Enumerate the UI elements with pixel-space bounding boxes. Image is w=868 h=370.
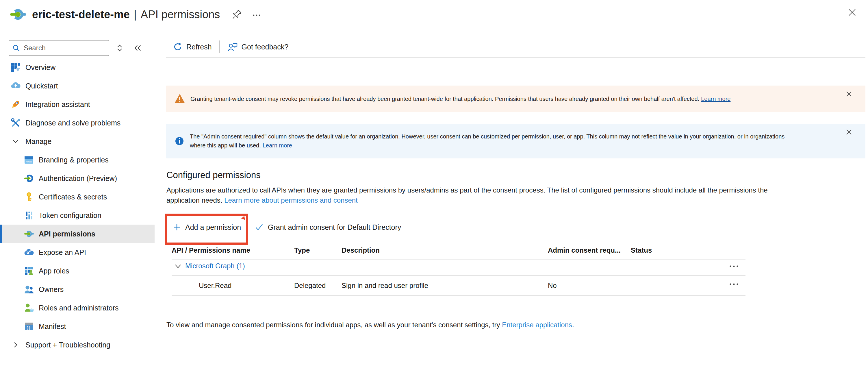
table-separator bbox=[172, 295, 745, 296]
manifest-icon: { } bbox=[24, 321, 34, 332]
warning-learn-more-link[interactable]: Learn more bbox=[701, 96, 731, 102]
people-icon bbox=[24, 284, 34, 295]
info-text: The "Admin consent required" column show… bbox=[190, 132, 791, 150]
more-menu-icon[interactable] bbox=[252, 9, 261, 19]
sidebar-item-manifest[interactable]: { } Manifest bbox=[0, 317, 162, 336]
blade-titlebar: eric-test-delete-me | API permissions bbox=[0, 0, 868, 29]
blade-close-icon[interactable] bbox=[847, 7, 857, 17]
person-cube-icon bbox=[24, 303, 34, 313]
sidebar-item-expose-an-api[interactable]: Expose an API bbox=[0, 243, 162, 261]
refresh-button[interactable]: Refresh bbox=[173, 42, 212, 52]
sidebar-item-branding[interactable]: www Branding & properties bbox=[0, 151, 162, 169]
collapse-sidebar-icon[interactable] bbox=[133, 44, 142, 52]
title-separator: | bbox=[134, 8, 137, 21]
sidebar-item-owners[interactable]: Owners bbox=[0, 280, 162, 299]
sidebar-item-label: Manifest bbox=[39, 322, 66, 331]
permission-more-menu-icon[interactable] bbox=[728, 280, 740, 288]
refresh-icon bbox=[173, 42, 183, 52]
refresh-label: Refresh bbox=[186, 43, 212, 51]
expand-collapse-all-icon[interactable] bbox=[116, 44, 124, 52]
sidebar-item-token-configuration[interactable]: Token configuration bbox=[0, 206, 162, 225]
group-more-menu-icon[interactable] bbox=[728, 262, 740, 271]
api-group-link[interactable]: Microsoft Graph (1) bbox=[185, 262, 245, 270]
sidebar-item-overview[interactable]: Overview bbox=[0, 58, 162, 76]
sidebar-item-label: Certificates & secrets bbox=[39, 193, 107, 201]
sidebar-item-label: Integration assistant bbox=[25, 100, 90, 109]
info-learn-more-link[interactable]: Learn more bbox=[262, 142, 292, 149]
footer-note: To view and manage consented permissions… bbox=[166, 320, 574, 329]
column-header-description[interactable]: Description bbox=[342, 246, 380, 254]
sidebar-item-integration-assistant[interactable]: Integration assistant bbox=[0, 95, 162, 114]
feedback-icon bbox=[227, 42, 238, 52]
enterprise-applications-link[interactable]: Enterprise applications bbox=[502, 321, 572, 329]
page-title: eric-test-delete-me | API permissions bbox=[32, 8, 220, 21]
key-icon bbox=[24, 192, 34, 202]
grant-admin-consent-label: Grant admin consent for Default Director… bbox=[268, 223, 401, 232]
sidebar-group-label: Support + Troubleshooting bbox=[25, 341, 111, 349]
sidebar-item-certificates[interactable]: Certificates & secrets bbox=[0, 188, 162, 206]
overview-icon bbox=[10, 62, 21, 72]
sidebar-nav: Overview Quickstart bbox=[0, 58, 162, 354]
sidebar-item-label: Token configuration bbox=[39, 211, 101, 220]
browser-www-icon: www bbox=[24, 155, 34, 165]
sidebar-item-quickstart[interactable]: Quickstart bbox=[0, 76, 162, 95]
plus-icon bbox=[173, 223, 181, 232]
search-input[interactable] bbox=[23, 44, 106, 52]
sidebar-group-manage[interactable]: Manage bbox=[0, 132, 162, 151]
column-header-type[interactable]: Type bbox=[294, 246, 310, 254]
sidebar-item-label: Expose an API bbox=[39, 248, 86, 257]
group-chevron-down-icon[interactable] bbox=[174, 262, 182, 271]
api-permissions-app-icon bbox=[9, 6, 26, 23]
permission-type: Delegated bbox=[294, 282, 326, 290]
sidebar-item-authentication[interactable]: Authentication (Preview) bbox=[0, 169, 162, 188]
grant-admin-consent-button[interactable]: Grant admin consent for Default Director… bbox=[254, 221, 401, 233]
sidebar-item-app-roles[interactable]: App roles bbox=[0, 261, 162, 280]
permission-admin-consent: No bbox=[548, 282, 557, 290]
table-separator bbox=[172, 275, 745, 276]
quickstart-icon bbox=[10, 81, 21, 91]
warning-close-icon[interactable] bbox=[845, 90, 853, 98]
cloud-gears-icon bbox=[24, 247, 34, 257]
grid-person-icon bbox=[24, 266, 34, 276]
sidebar-item-diagnose[interactable]: Diagnose and solve problems bbox=[0, 114, 162, 132]
feedback-label: Got feedback? bbox=[242, 43, 289, 51]
check-icon bbox=[254, 223, 264, 232]
sidebar-item-label: Owners bbox=[39, 285, 64, 294]
permission-description: Sign in and read user profile bbox=[342, 282, 428, 290]
sliders-icon bbox=[24, 210, 34, 221]
api-permissions-icon bbox=[24, 229, 34, 239]
sidebar-item-label: Quickstart bbox=[25, 82, 58, 90]
search-box[interactable] bbox=[9, 40, 109, 56]
column-header-status[interactable]: Status bbox=[631, 246, 652, 254]
chevron-down-icon bbox=[10, 136, 21, 147]
sidebar-group-support[interactable]: Support + Troubleshooting bbox=[0, 336, 162, 354]
add-permission-button[interactable]: Add a permission bbox=[173, 221, 241, 233]
permission-link[interactable]: User.Read bbox=[199, 282, 231, 290]
configured-permissions-heading: Configured permissions bbox=[166, 170, 260, 180]
sidebar-item-label: Diagnose and solve problems bbox=[25, 119, 121, 127]
info-close-icon[interactable] bbox=[845, 128, 853, 136]
pin-icon[interactable] bbox=[232, 9, 242, 19]
warning-icon bbox=[174, 93, 185, 104]
app-name: eric-test-delete-me bbox=[32, 8, 130, 21]
sidebar-item-api-permissions[interactable]: API permissions bbox=[0, 225, 155, 243]
permissions-consent-link[interactable]: Learn more about permissions and consent bbox=[224, 196, 358, 204]
column-header-admin-consent[interactable]: Admin consent requ... bbox=[548, 246, 621, 254]
sidebar-group-label: Manage bbox=[25, 137, 52, 146]
sidebar-item-label: Authentication (Preview) bbox=[39, 174, 117, 183]
configured-permissions-description: Applications are authorized to call APIs… bbox=[166, 185, 773, 205]
toolbar-divider bbox=[219, 40, 220, 53]
sidebar-item-label: API permissions bbox=[39, 230, 95, 238]
info-banner: The "Admin consent required" column show… bbox=[166, 124, 865, 158]
authentication-icon bbox=[24, 173, 34, 184]
sidebar-item-label: App roles bbox=[39, 267, 69, 275]
tools-icon bbox=[10, 118, 21, 128]
column-header-api-name[interactable]: API / Permissions name bbox=[172, 246, 250, 254]
sidebar-item-roles-administrators[interactable]: Roles and administrators bbox=[0, 299, 162, 317]
svg-text:{ }: { } bbox=[27, 326, 30, 330]
table-separator bbox=[172, 259, 745, 260]
sidebar: Overview Quickstart bbox=[0, 29, 162, 370]
feedback-button[interactable]: Got feedback? bbox=[227, 42, 289, 52]
warning-message: Granting tenant-wide consent may revoke … bbox=[190, 96, 699, 102]
svg-text:www: www bbox=[26, 160, 32, 163]
